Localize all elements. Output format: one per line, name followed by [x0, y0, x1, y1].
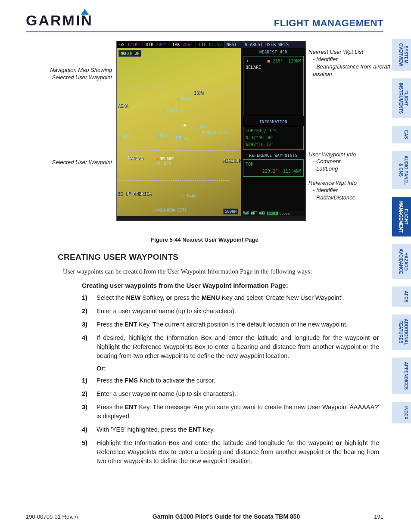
tab-appendices[interactable]: APPENDICES	[392, 358, 411, 394]
step-item: With 'YES' highlighted, press the ENT Ke…	[82, 425, 379, 434]
reference-wpts-box: TOP 220.2° 115.4NM	[243, 159, 304, 177]
doc-title: Garmin G1000 Pilot's Guide for the Socat…	[153, 513, 300, 520]
callout-selected-wpt: Selected User Waypoint	[43, 159, 112, 166]
step-item: Press the ENT Key. The current aircraft …	[82, 320, 379, 329]
page-number: 191	[374, 513, 383, 520]
nearest-usr-title: NEAREST USR	[242, 50, 305, 54]
step-item: If desired, highlight the Information Bo…	[82, 333, 379, 361]
doc-revision: 190-00709-01 Rev. A	[26, 513, 78, 520]
step-item: Select the NEW Softkey, or press the MEN…	[82, 293, 379, 302]
steps-list-2: Press the FMS Knob to activate the curso…	[82, 376, 379, 466]
page-group-footer: MAP WPT AUX NRST ▫▫▫▫▫	[241, 211, 305, 216]
reference-wpts-title: REFERENCE WAYPOINTS	[242, 153, 305, 158]
figure-caption: Figure 5-44 Nearest User Waypoint Page	[26, 236, 383, 243]
callouts-left: Navigation Map Showing Selected User Way…	[43, 67, 112, 166]
callout-nav-map: Navigation Map Showing Selected User Way…	[43, 67, 112, 81]
north-up-badge: NORTH UP	[118, 50, 141, 57]
subheading-creating: Creating user waypoints from the User Wa…	[82, 282, 385, 289]
callouts-right: Nearest User Wpt List - Identifier - Bea…	[308, 49, 403, 208]
nearest-usr-list: BELARE ■ 210° 129NM	[243, 56, 304, 116]
tab-afcs[interactable]: AFCS	[392, 286, 411, 307]
information-title: INFORMATION	[242, 120, 305, 124]
garmin-logo: GARMIN	[26, 12, 93, 29]
section-title: FLIGHT MANAGEMENT	[274, 18, 383, 29]
heading-creating-user-waypoints: CREATING USER WAYPOINTS	[58, 252, 411, 262]
steps-list-1: Select the NEW Softkey, or press the MEN…	[82, 293, 379, 361]
logo-triangle-icon	[81, 9, 89, 15]
step-item: Press the ENT Key. The message 'Are you …	[82, 403, 379, 421]
aircraft-icon: ✈	[182, 121, 188, 129]
step-item: Highlight the Information Box and enter …	[82, 439, 379, 466]
tab-additional-features[interactable]: ADDITIONAL FEATURES	[392, 314, 411, 350]
mfd-screen: GS 171KT DTK 286° TRK 286° ETE 01:53 NRS…	[116, 41, 306, 221]
intro-paragraph: User waypoints can be created from the U…	[63, 267, 385, 276]
tab-hazard-avoidance[interactable]: HAZARD AVOIDANCE	[392, 244, 411, 278]
step-item: Enter a user waypoint name (up to six ch…	[82, 389, 379, 398]
page-footer: 190-00709-01 Rev. A Garmin G1000 Pilot's…	[26, 513, 383, 520]
mfd-topbar: GS 171KT DTK 286° TRK 286° ETE 01:53 NRS…	[117, 41, 305, 48]
tab-index[interactable]: INDEX	[392, 402, 411, 424]
figure-5-44: Navigation Map Showing Selected User Way…	[26, 41, 383, 235]
or-label: Or:	[97, 365, 411, 372]
page-header: GARMIN FLIGHT MANAGEMENT	[26, 12, 383, 32]
mfd-side-panel: NEAREST USR BELARE ■ 210° 129NM INFORMAT…	[241, 48, 305, 216]
map-scale: 500NM	[223, 208, 238, 215]
information-box: TOP220 / 115 N 37°46.00' W097°16.12'	[243, 126, 304, 150]
nav-map: NORTH UP IOWA ASKA KANSAS MISSOUR ES OF …	[117, 48, 241, 216]
step-item: Enter a user waypoint name (up to six ch…	[82, 307, 379, 316]
selected-waypoint-symbol: BELAREWICHITA	[156, 157, 174, 165]
step-item: Press the FMS Knob to activate the curso…	[82, 376, 379, 385]
page-name: NRST - NEAREST USER WPTS	[225, 41, 305, 48]
